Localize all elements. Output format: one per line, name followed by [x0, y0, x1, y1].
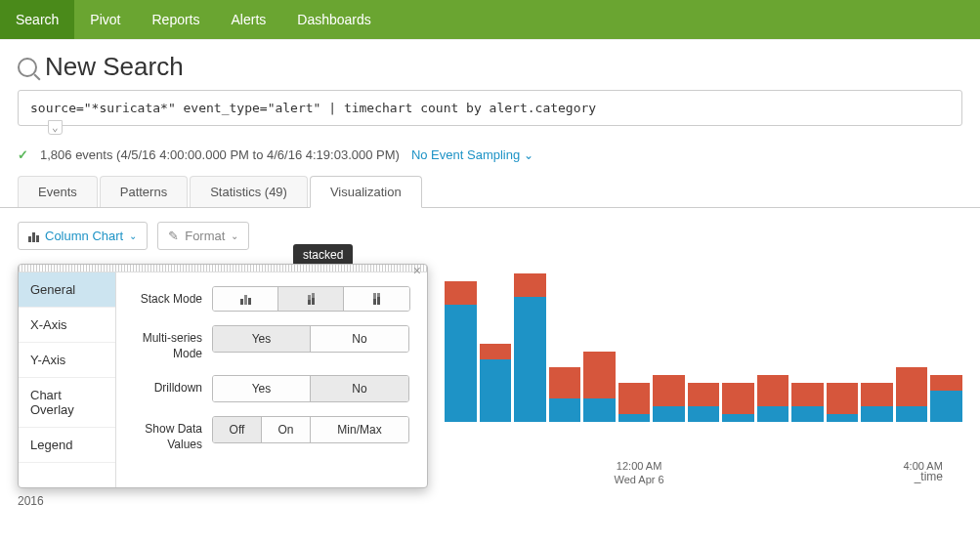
- page-title: New Search: [45, 52, 184, 82]
- datavalues-minmax-button[interactable]: Min/Max: [311, 417, 408, 442]
- legend: Attempted Information LeakAttempted User…: [0, 537, 980, 543]
- drilldown-label: Drilldown: [130, 375, 212, 397]
- search-expand-icon[interactable]: ⌄: [48, 120, 63, 135]
- bar[interactable]: [480, 344, 512, 422]
- nav-alerts[interactable]: Alerts: [216, 0, 282, 39]
- tab-visualization[interactable]: Visualization: [310, 176, 422, 208]
- chevron-down-icon: ⌄: [129, 230, 137, 241]
- search-icon: [18, 58, 37, 77]
- bar[interactable]: [653, 375, 685, 422]
- tab-events[interactable]: Events: [18, 176, 98, 207]
- nav-pivot[interactable]: Pivot: [74, 0, 136, 39]
- format-icon: ✎: [168, 229, 179, 243]
- format-panel: × General X-Axis Y-Axis Chart Overlay Le…: [18, 264, 428, 488]
- x-tick: 12:00 AMWed Apr 6: [615, 459, 664, 487]
- bar[interactable]: [722, 383, 754, 422]
- bar[interactable]: [549, 367, 581, 422]
- datavalues-off-button[interactable]: Off: [213, 417, 262, 442]
- top-nav: Search Pivot Reports Alerts Dashboards: [0, 0, 980, 39]
- bar[interactable]: [827, 383, 859, 422]
- status-bar: ✓ 1,806 events (4/5/16 4:00:00.000 PM to…: [0, 134, 980, 176]
- panel-main: Stack Mode Multi-series Mode Yes No D: [116, 272, 427, 487]
- tooltip: stacked: [293, 244, 353, 266]
- chart-type-dropdown[interactable]: Column Chart ⌄: [18, 222, 148, 250]
- tab-patterns[interactable]: Patterns: [100, 176, 188, 207]
- search-query-text: source="*suricata*" event_type="alert" |…: [30, 101, 596, 115]
- datavalues-label: Show Data Values: [130, 416, 212, 452]
- bar[interactable]: [896, 367, 928, 422]
- format-dropdown[interactable]: ✎ Format ⌄: [157, 222, 249, 250]
- close-icon[interactable]: ×: [413, 263, 421, 278]
- bar[interactable]: [688, 383, 720, 422]
- stack-stacked-icon: [308, 293, 315, 305]
- bar[interactable]: [757, 375, 789, 422]
- stack-stacked-button[interactable]: [278, 287, 344, 311]
- nav-dashboards[interactable]: Dashboards: [281, 0, 387, 39]
- multiseries-yes-button[interactable]: Yes: [213, 326, 311, 352]
- stack-none-button[interactable]: [213, 287, 278, 311]
- side-xaxis[interactable]: X-Axis: [19, 308, 115, 343]
- panel-sidebar: General X-Axis Y-Axis Chart Overlay Lege…: [19, 272, 116, 487]
- bar-chart-icon: [28, 230, 39, 242]
- result-tabs: Events Patterns Statistics (49) Visualiz…: [0, 176, 980, 208]
- check-icon: ✓: [18, 147, 28, 162]
- bar[interactable]: [618, 383, 651, 422]
- bar[interactable]: [583, 352, 616, 422]
- stack-100-button[interactable]: [344, 287, 409, 311]
- x-axis-title: _time: [915, 470, 943, 483]
- multiseries-no-button[interactable]: No: [311, 326, 408, 352]
- bar[interactable]: [930, 375, 962, 422]
- drilldown-yes-button[interactable]: Yes: [213, 376, 311, 401]
- side-yaxis[interactable]: Y-Axis: [19, 343, 115, 378]
- drilldown-no-button[interactable]: No: [311, 376, 408, 401]
- sampling-dropdown[interactable]: No Event Sampling: [411, 147, 533, 162]
- header: New Search source="*suricata*" event_typ…: [0, 40, 980, 134]
- nav-reports[interactable]: Reports: [136, 0, 215, 39]
- event-count: 1,806 events (4/5/16 4:00:00.000 PM to 4…: [40, 147, 400, 162]
- stack-100-icon: [373, 293, 380, 305]
- side-overlay[interactable]: Chart Overlay: [19, 378, 115, 428]
- bar[interactable]: [791, 383, 824, 422]
- bar[interactable]: [861, 383, 893, 422]
- stack-mode-label: Stack Mode: [130, 286, 212, 308]
- stack-none-icon: [240, 293, 251, 305]
- multiseries-label: Multi-series Mode: [130, 325, 212, 361]
- bar[interactable]: [514, 273, 546, 422]
- nav-search[interactable]: Search: [0, 0, 74, 39]
- chevron-down-icon: ⌄: [231, 230, 238, 241]
- viz-toolbar: Column Chart ⌄ ✎ Format ⌄: [0, 208, 980, 264]
- bar[interactable]: [445, 281, 477, 422]
- panel-drag-handle[interactable]: ×: [19, 265, 427, 272]
- tab-statistics[interactable]: Statistics (49): [190, 176, 308, 207]
- datavalues-on-button[interactable]: On: [262, 417, 311, 442]
- side-general[interactable]: General: [19, 272, 115, 308]
- search-input[interactable]: source="*suricata*" event_type="alert" |…: [18, 90, 962, 126]
- side-legend[interactable]: Legend: [19, 428, 115, 463]
- year-label: 2016: [18, 494, 44, 508]
